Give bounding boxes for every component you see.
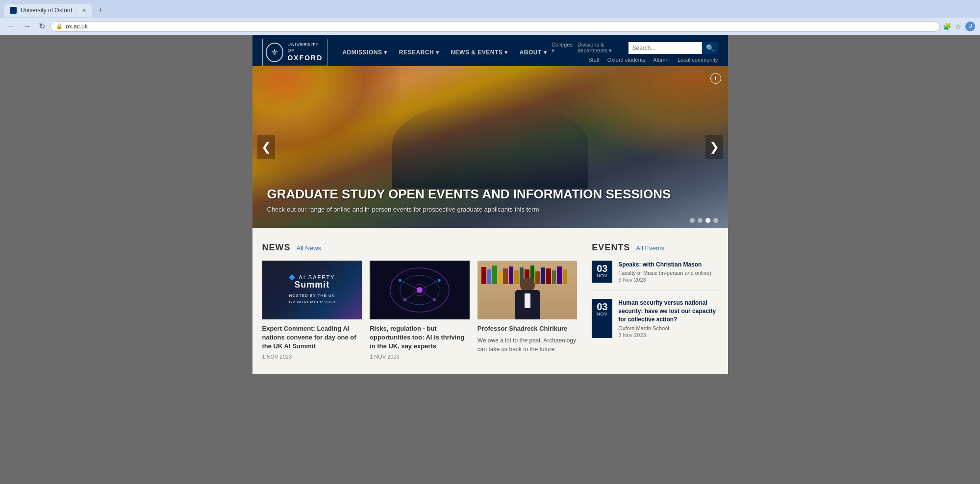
tab-close-button[interactable]: ✕: [82, 7, 86, 14]
university-of-label: UNIVERSITY OF: [287, 42, 324, 53]
oxford-seal: ⚜: [266, 43, 284, 62]
event-date-text-2: 3 Nov 2023: [618, 332, 718, 338]
events-section-header: EVENTS All Events: [592, 242, 718, 253]
event-info-1: Speaks: with Christian Mason Faculty of …: [618, 261, 711, 283]
news-card-desc-3: We owe a lot to the past. Archaeology ca…: [477, 336, 578, 354]
nav-admissions[interactable]: ADMISSIONS ▾: [337, 46, 392, 59]
hero-dot-2[interactable]: [698, 218, 703, 223]
event-date-month-2: NOV: [596, 312, 608, 316]
event-title-1[interactable]: Speaks: with Christian Mason: [618, 261, 711, 269]
staff-link[interactable]: Staff: [588, 57, 599, 63]
news-card-title-2: Risks, regulation - but opportunities to…: [370, 324, 470, 351]
news-card-title-3: Professor Shadreck Chirikure: [477, 324, 578, 333]
oxford-label: OXFORD: [287, 53, 324, 62]
divisions-link[interactable]: Divisions & departments ▾: [578, 42, 624, 54]
hero-info-button[interactable]: i: [710, 73, 721, 84]
news-section-header: NEWS All News: [262, 242, 578, 253]
all-news-link[interactable]: All News: [297, 244, 322, 252]
hero-title: GRADUATE STUDY OPEN EVENTS AND INFORMATI…: [267, 187, 713, 202]
hero-prev-button[interactable]: ❮: [257, 135, 275, 159]
star-icon[interactable]: ☆: [955, 23, 961, 30]
header-logo-nav: ⚜ UNIVERSITY OF OXFORD ADMISSIONS ▾ RESE…: [262, 39, 552, 66]
event-location-1: Faculty of Music (in-person and online): [618, 270, 711, 276]
tab-title: University of Oxford: [21, 7, 72, 14]
hero-dot-4[interactable]: [713, 218, 718, 223]
lock-icon: 🔒: [56, 23, 63, 29]
search-input[interactable]: [628, 43, 702, 53]
news-card-image-3: [477, 261, 578, 319]
tab-bar: University of Oxford ✕ +: [0, 0, 980, 18]
hero-dots: [690, 218, 718, 223]
browser-nav-right: 🧩 ☆ U: [943, 22, 975, 31]
address-bar[interactable]: 🔒 ox.ac.uk: [50, 21, 940, 32]
news-card-image-1: 🔷 AI SAFETY Summit HOSTED BY THE UK 1-2 …: [262, 261, 362, 319]
hero-slider: ❮ ❯ i GRADUATE STUDY OPEN EVENTS AND INF…: [252, 66, 728, 228]
news-card-image-2: [370, 261, 470, 319]
website: ⚜ UNIVERSITY OF OXFORD ADMISSIONS ▾ RESE…: [252, 35, 728, 374]
logo[interactable]: ⚜ UNIVERSITY OF OXFORD: [262, 39, 328, 66]
event-date-box-1: 03 NOV: [592, 261, 612, 283]
nav-bar: ← → ↻ 🔒 ox.ac.uk 🧩 ☆ U: [0, 18, 980, 35]
search-bar: 🔍: [628, 42, 718, 54]
site-header: ⚜ UNIVERSITY OF OXFORD ADMISSIONS ▾ RESE…: [252, 35, 728, 66]
browser-chrome: University of Oxford ✕ + ← → ↻ 🔒 ox.ac.u…: [0, 0, 980, 35]
news-section: NEWS All News 🔷 AI SAFETY Summit HOSTED …: [262, 242, 578, 360]
user-avatar[interactable]: U: [965, 22, 975, 31]
event-item-1: 03 NOV Speaks: with Christian Mason Facu…: [592, 261, 718, 291]
reload-button[interactable]: ↻: [36, 21, 48, 32]
event-location-2: Oxford Martin School: [618, 325, 718, 331]
hero-subtitle: Check out our range of online and in-per…: [267, 206, 713, 213]
news-title: NEWS: [262, 242, 291, 253]
event-date-num-1: 03: [596, 264, 608, 273]
nav-about[interactable]: ABOUT ▾: [515, 46, 552, 59]
news-events-grid: NEWS All News 🔷 AI SAFETY Summit HOSTED …: [262, 242, 718, 360]
logo-text: UNIVERSITY OF OXFORD: [287, 42, 324, 63]
event-title-2[interactable]: Human security versus national security:…: [618, 299, 718, 323]
hero-dot-1[interactable]: [690, 218, 695, 223]
news-card-professor[interactable]: Professor Shadreck Chirikure We owe a lo…: [477, 261, 578, 360]
address-text: ox.ac.uk: [66, 23, 934, 30]
summit-sub: HOSTED BY THE UK 1-2 NOVEMBER 2023: [288, 293, 336, 306]
event-date-text-1: 3 Nov 2023: [618, 277, 711, 283]
extensions-icon[interactable]: 🧩: [943, 23, 951, 30]
news-card-title-1: Expert Comment: Leading AI nations conve…: [262, 324, 362, 351]
events-title: EVENTS: [592, 242, 630, 253]
header-top: ⚜ UNIVERSITY OF OXFORD ADMISSIONS ▾ RESE…: [262, 35, 718, 66]
hero-dot-3[interactable]: [705, 218, 710, 223]
main-nav: ADMISSIONS ▾ RESEARCH ▾ NEWS & EVENTS ▾ …: [337, 46, 552, 59]
event-date-box-2: 03 NOV: [592, 299, 612, 338]
local-community-link[interactable]: Local community: [678, 57, 718, 63]
oxford-students-link[interactable]: Oxford students: [607, 57, 646, 63]
header-utility-links: Staff Oxford students Alumni Local commu…: [588, 57, 718, 63]
news-card-date-2: 1 NOV 2023: [370, 354, 470, 360]
alumni-link[interactable]: Alumni: [653, 57, 670, 63]
nav-news-events[interactable]: NEWS & EVENTS ▾: [446, 46, 512, 59]
search-button[interactable]: 🔍: [702, 42, 718, 54]
back-button[interactable]: ←: [5, 21, 18, 32]
hero-next-button[interactable]: ❯: [705, 135, 723, 159]
events-section: EVENTS All Events 03 NOV Speaks: with Ch…: [592, 242, 718, 360]
forward-button[interactable]: →: [21, 21, 33, 32]
colleges-link[interactable]: Colleges ▾: [552, 42, 573, 54]
event-item-2: 03 NOV Human security versus national se…: [592, 299, 718, 345]
hero-overlay: GRADUATE STUDY OPEN EVENTS AND INFORMATI…: [252, 177, 728, 228]
new-tab-button[interactable]: +: [94, 3, 106, 18]
nav-research[interactable]: RESEARCH ▾: [394, 46, 444, 59]
news-card-date-1: 1 NOV 2023: [262, 354, 362, 360]
header-right: Colleges ▾ Divisions & departments ▾ 🔍 S…: [552, 42, 718, 63]
all-events-link[interactable]: All Events: [636, 244, 664, 252]
event-date-num-2: 03: [596, 302, 608, 312]
tab-favicon: [10, 7, 17, 14]
summit-logo: 🔷 AI SAFETY Summit: [289, 274, 335, 290]
news-grid: 🔷 AI SAFETY Summit HOSTED BY THE UK 1-2 …: [262, 261, 578, 360]
active-tab[interactable]: University of Oxford ✕: [4, 4, 92, 17]
news-card-ai-summit[interactable]: 🔷 AI SAFETY Summit HOSTED BY THE UK 1-2 …: [262, 261, 362, 360]
news-card-regulation[interactable]: Risks, regulation - but opportunities to…: [370, 261, 470, 360]
event-info-2: Human security versus national security:…: [618, 299, 718, 338]
event-date-month-1: NOV: [596, 273, 608, 278]
content-section: NEWS All News 🔷 AI SAFETY Summit HOSTED …: [252, 228, 728, 375]
header-top-links: Colleges ▾ Divisions & departments ▾ 🔍: [552, 42, 718, 54]
